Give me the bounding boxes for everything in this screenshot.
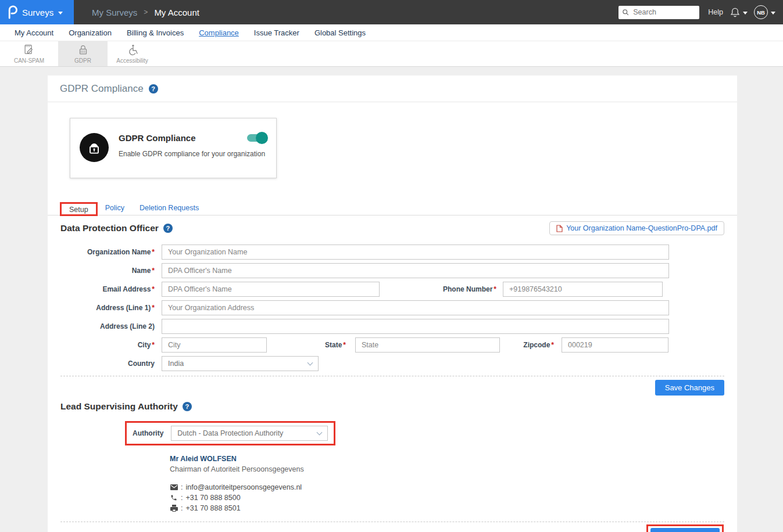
help-icon[interactable] [163, 224, 173, 233]
chevron-down-icon [308, 360, 313, 365]
dpa-pdf-button[interactable]: Your Organization Name-QuestionPro-DPA.p… [549, 221, 724, 235]
email-field[interactable] [162, 282, 380, 297]
required-marker: * [343, 341, 346, 349]
breadcrumb-separator: > [144, 8, 148, 16]
city-label: City* [60, 341, 162, 349]
tab-label: Accessibility [116, 57, 148, 64]
contact-fax-line: : +31 70 888 8501 [170, 504, 724, 512]
page-title-bar: GDPR Compliance [48, 76, 737, 102]
phone-field[interactable] [503, 282, 663, 297]
tab-label: CAN-SPAM [14, 57, 44, 64]
name-field[interactable] [162, 263, 669, 278]
chevron-down-icon [743, 12, 748, 15]
nav-item-issue-tracker[interactable]: Issue Tracker [246, 28, 307, 37]
required-marker: * [152, 267, 155, 275]
help-icon[interactable] [149, 84, 158, 94]
envelope-icon [170, 484, 178, 490]
contact-phone-value: +31 70 888 8500 [185, 494, 240, 502]
contact-fax-value: +31 70 888 8501 [185, 504, 240, 512]
tab-label: GDPR [74, 57, 91, 64]
dpo-heading: Data Protection Officer [60, 223, 159, 233]
search-box[interactable] [618, 6, 699, 19]
authority-selected-value: Dutch - Data Protection Authority [177, 429, 283, 437]
nav-item-organization[interactable]: Organization [61, 28, 119, 37]
contact-phone-line: : +31 70 888 8500 [170, 494, 724, 502]
address-line1-label: Address (Line 1)* [60, 304, 162, 312]
organization-name-label: Organization Name* [60, 248, 162, 256]
form-row: Organization Name* [60, 245, 724, 260]
contact-separator: : [181, 504, 183, 512]
email-label: Email Address* [60, 285, 162, 293]
zipcode-field[interactable] [562, 337, 668, 353]
address-line2-field[interactable] [162, 319, 669, 334]
document-edit-icon [23, 44, 35, 56]
lsa-section: Lead Supervising Authority Authority Dut… [48, 401, 737, 532]
country-label: Country [60, 360, 162, 368]
dpo-save-button[interactable]: Save Changes [655, 380, 724, 396]
wheelchair-icon [126, 44, 139, 56]
setup-tabs-row: Setup Policy Deletion Requests [48, 200, 737, 215]
gdpr-toggle[interactable] [247, 134, 266, 142]
city-field[interactable] [162, 337, 267, 353]
search-icon [622, 9, 629, 16]
avatar: NB [754, 5, 768, 19]
lsa-heading: Lead Supervising Authority [60, 401, 178, 412]
account-menu[interactable]: NB [754, 5, 775, 19]
gdpr-card-title: GDPR Compliance [119, 133, 265, 143]
search-input[interactable] [632, 8, 696, 17]
breadcrumb: My Surveys > My Account [92, 8, 199, 17]
organization-name-field[interactable] [162, 245, 669, 260]
help-link[interactable]: Help [708, 8, 723, 16]
breadcrumb-my-surveys[interactable]: My Surveys [92, 8, 137, 17]
dpo-save-row: Save Changes [60, 380, 724, 396]
chevron-down-icon [317, 429, 323, 435]
tab-gdpr[interactable]: GDPR [58, 41, 108, 66]
form-row: Address (Line 1)* [60, 300, 724, 315]
annotation-box: Authority Dutch - Data Protection Author… [125, 421, 335, 445]
gdpr-card-subtitle: Enable GDPR compliance for your organiza… [119, 150, 265, 158]
required-marker: * [494, 285, 496, 293]
country-select[interactable]: India [162, 356, 319, 371]
nav-item-billing-invoices[interactable]: Billing & Invoices [119, 28, 191, 37]
bell-icon [730, 6, 741, 18]
nav-item-global-settings[interactable]: Global Settings [307, 28, 373, 37]
zipcode-label: Zipcode* [500, 341, 562, 349]
tab-can-spam[interactable]: CAN-SPAM [0, 41, 58, 66]
page-title: GDPR Compliance [60, 83, 144, 95]
state-label: State* [267, 341, 355, 349]
address-line1-field[interactable] [162, 300, 669, 315]
help-icon[interactable] [183, 402, 192, 411]
authority-row: Authority Dutch - Data Protection Author… [125, 421, 724, 445]
contact-separator: : [181, 483, 183, 491]
padlock-icon [77, 44, 90, 56]
lsa-save-button[interactable]: Save Changes [650, 528, 720, 532]
state-field[interactable] [355, 337, 500, 353]
form-row: Country India [60, 356, 724, 371]
tab-policy[interactable]: Policy [98, 201, 132, 215]
lsa-save-row: Save Changes [60, 524, 724, 532]
toggle-knob [256, 132, 268, 144]
notifications-menu[interactable] [730, 6, 748, 18]
contact-separator: : [181, 494, 183, 502]
annotation-box: Setup [60, 202, 98, 216]
authority-contact-title: Chairman of Autoriteit Persoonsgegevens [170, 465, 724, 473]
required-marker: * [152, 248, 155, 256]
gdpr-compliance-panel: GDPR Compliance GDPR Compliance Enable G… [48, 76, 737, 532]
authority-contact-card: Mr Aleid WOLFSEN Chairman of Autoriteit … [170, 455, 724, 512]
dpo-section: Data Protection Officer Your Organizatio… [48, 220, 737, 396]
topbar: Surveys My Surveys > My Account Help NB [0, 0, 783, 24]
tab-deletion-requests[interactable]: Deletion Requests [132, 201, 206, 215]
tab-accessibility[interactable]: Accessibility [108, 41, 157, 66]
authority-select[interactable]: Dutch - Data Protection Authority [171, 426, 328, 441]
nav-item-my-account[interactable]: My Account [7, 28, 61, 37]
phone-icon [170, 494, 178, 501]
fax-icon [170, 505, 178, 512]
breadcrumb-my-account: My Account [154, 8, 199, 17]
nav-item-compliance[interactable]: Compliance [191, 28, 246, 37]
dpo-form: Organization Name* Name* Email Address* … [60, 245, 724, 371]
product-menu[interactable]: Surveys [0, 0, 74, 24]
pdf-file-icon [556, 225, 563, 232]
tab-setup[interactable]: Setup [62, 203, 96, 217]
authority-contact-name: Mr Aleid WOLFSEN [170, 455, 724, 463]
country-selected-value: India [168, 360, 184, 368]
